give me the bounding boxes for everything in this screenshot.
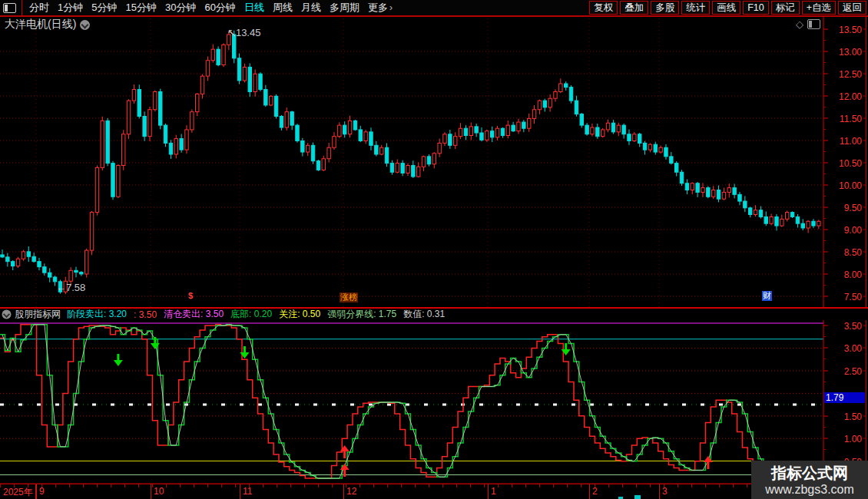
- diamond-marker-icon[interactable]: ◇: [796, 18, 803, 30]
- indicator-axis-label: 2.50: [844, 366, 863, 377]
- rank-list-badge[interactable]: 涨榜: [340, 292, 358, 302]
- date-separator: [343, 484, 344, 499]
- indicator-param-2: 清仓卖出: 3.50: [164, 308, 224, 321]
- watermark-title: 指标公式网: [771, 464, 848, 482]
- price-axis-label: 10.00: [839, 180, 862, 191]
- price-axis-label: 12.50: [839, 69, 862, 80]
- toolbar-button-back[interactable]: 返回: [838, 1, 866, 15]
- price-axis-label: 8.50: [844, 247, 863, 258]
- date-separator: [240, 484, 240, 499]
- indicator-param-1: : 3.50: [134, 309, 157, 320]
- menu-item-weekly[interactable]: 周线: [273, 1, 293, 15]
- watermark: 指标公式网 www.zbgs3.com: [751, 461, 868, 499]
- year-label: 2025年: [3, 486, 33, 499]
- period-menu: 分时1分钟5分钟15分钟30分钟60分钟日线周线月线多周期更多›: [0, 0, 401, 15]
- date-label: 1: [491, 486, 496, 497]
- date-separator: [151, 484, 151, 499]
- date-label: 9: [39, 486, 45, 497]
- chart-canvas: 13.5013.0012.5012.0011.5011.0010.5010.00…: [0, 17, 868, 499]
- menu-item-intraday[interactable]: 分时: [29, 1, 49, 15]
- menu-item-30min[interactable]: 30分钟: [165, 1, 196, 15]
- high-price-annotation: ↖13.45: [227, 27, 260, 38]
- indicator-collapse-icon[interactable]: [2, 310, 12, 319]
- price-axis-label: 9.00: [844, 225, 863, 236]
- price-axis-label: 9.50: [844, 203, 863, 213]
- top-menu-bar: 分时1分钟5分钟15分钟30分钟60分钟日线周线月线多周期更多› 复权叠加多股统…: [0, 0, 868, 17]
- menu-item-1min[interactable]: 1分钟: [58, 1, 83, 15]
- price-axis-label: 11.50: [840, 114, 862, 124]
- indicator-param-5: 强弱分界线: 1.75: [327, 308, 396, 321]
- date-separator: [659, 484, 660, 499]
- price-axis-label: 7.50: [844, 292, 863, 302]
- date-axis: 2025年 9101112123: [0, 484, 868, 499]
- layout-panel-icon[interactable]: [3, 3, 16, 13]
- watermark-url: www.zbgs3.com: [765, 482, 854, 497]
- indicator-current-value-tag: 1.79: [824, 392, 865, 403]
- sell-signal-arrow-icon: [562, 343, 571, 355]
- low-price-annotation: ←7.58: [56, 282, 85, 293]
- toolbar-button-f10[interactable]: F10: [743, 1, 769, 15]
- toolbar-buttons: 复权叠加多股统计画线F10标记+自选返回: [587, 1, 866, 15]
- indicator-param-6: 数值: 0.31: [403, 308, 445, 321]
- indicator-axis-label: 3.50: [844, 321, 863, 332]
- indicator-param-3: 底部: 0.20: [230, 308, 272, 321]
- indicator-axis-label: 1.00: [844, 434, 863, 444]
- high-arrow-icon: ↖: [227, 27, 236, 38]
- date-label: 12: [346, 486, 356, 497]
- money-marker-icon[interactable]: $: [187, 291, 194, 301]
- indicator-source-name: 股朋指标网: [15, 308, 61, 321]
- price-axis-label: 10.50: [839, 158, 862, 169]
- price-axis-label: 8.00: [844, 269, 863, 280]
- price-axis-label: 12.00: [839, 91, 862, 102]
- menu-item-monthly[interactable]: 月线: [301, 1, 321, 15]
- menu-item-more[interactable]: 更多›: [368, 1, 393, 15]
- price-axis-label: 13.50: [839, 25, 862, 35]
- indicator-layer: [0, 323, 823, 478]
- price-axis-label: 11.00: [840, 136, 862, 147]
- menu-item-15min[interactable]: 15分钟: [125, 1, 156, 15]
- menu-item-multi-period[interactable]: 多周期: [330, 1, 359, 15]
- toolbar-button-adjust[interactable]: 复权: [589, 1, 618, 15]
- toolbar-button-mark[interactable]: 标记: [771, 1, 800, 15]
- corner-icons: ◇: [796, 18, 820, 30]
- trading-app-window: 分时1分钟5分钟15分钟30分钟60分钟日线周线月线多周期更多› 复权叠加多股统…: [0, 0, 868, 499]
- indicator-axis-label: 3.00: [844, 343, 863, 354]
- sell-signal-arrow-icon: [114, 354, 123, 366]
- stock-title: 大洋电机(日线): [5, 18, 76, 31]
- indicator-param-4: 关注: 0.50: [279, 308, 320, 321]
- toolbar-button-overlay[interactable]: 叠加: [620, 1, 648, 15]
- menu-item-60min[interactable]: 60分钟: [204, 1, 235, 15]
- indicator-header: 股朋指标网 阶段卖出: 3.20: 3.50清仓卖出: 3.50底部: 0.20…: [0, 307, 868, 320]
- split-window-icon[interactable]: [807, 19, 820, 29]
- stock-title-bar: 大洋电机(日线): [5, 18, 90, 31]
- indicator-param-0: 阶段卖出: 3.20: [67, 308, 127, 321]
- right-axis: 13.5013.0012.5012.0011.5011.0010.5010.00…: [0, 17, 868, 499]
- collapse-chevron-icon[interactable]: [80, 20, 90, 30]
- low-arrow-icon: ←: [56, 282, 66, 293]
- sell-signal-arrow-icon: [240, 346, 249, 359]
- date-axis-ticks: [0, 484, 823, 487]
- toolbar-button-draw[interactable]: 画线: [712, 1, 740, 15]
- menu-item-5min[interactable]: 5分钟: [91, 1, 117, 15]
- finance-badge[interactable]: 财: [762, 291, 772, 301]
- date-separator: [589, 484, 590, 499]
- toolbar-button-stats[interactable]: 统计: [681, 1, 710, 15]
- date-label: 11: [243, 486, 252, 497]
- menu-divider: [22, 0, 22, 15]
- more-chevron-icon: ›: [389, 2, 393, 13]
- date-separator: [488, 484, 489, 499]
- indicator-step-red: [0, 325, 821, 478]
- toolbar-artifact-icon: [634, 495, 641, 499]
- toolbar-button-multi-stock[interactable]: 多股: [651, 1, 679, 15]
- menu-item-daily[interactable]: 日线: [244, 1, 264, 15]
- date-label: 10: [154, 486, 164, 497]
- indicator-axis-label: 1.50: [844, 411, 863, 422]
- toolbar-button-add-watchlist[interactable]: +自选: [802, 1, 836, 15]
- date-label: 2: [592, 486, 598, 497]
- date-separator: [36, 484, 37, 499]
- price-axis-label: 13.00: [839, 47, 862, 58]
- date-label: 3: [662, 486, 668, 497]
- candlestick-layer: [1, 31, 820, 294]
